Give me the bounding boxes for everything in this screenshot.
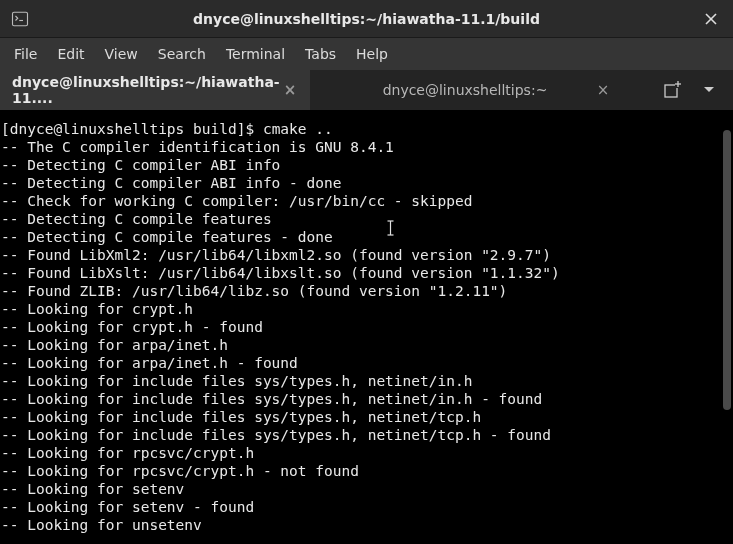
menu-search[interactable]: Search — [148, 41, 216, 67]
menu-terminal[interactable]: Terminal — [216, 41, 295, 67]
output-line: -- Looking for crypt.h - found — [1, 319, 263, 335]
tab-label: dnyce@linuxshelltips:~ — [383, 82, 548, 98]
output-line: -- Detecting C compiler ABI info — [1, 157, 280, 173]
menu-edit[interactable]: Edit — [47, 41, 94, 67]
titlebar: dnyce@linuxshelltips:~/hiawatha-11.1/bui… — [0, 0, 733, 38]
output-line: -- Found ZLIB: /usr/lib64/libz.so (found… — [1, 283, 507, 299]
output-line: -- Detecting C compile features - done — [1, 229, 333, 245]
tab-inactive[interactable]: dnyce@linuxshelltips:~ × — [310, 70, 620, 110]
output-line: -- Looking for rpcsvc/crypt.h - not foun… — [1, 463, 359, 479]
output-line: -- Looking for setenv — [1, 481, 184, 497]
tabbar: dnyce@linuxshelltips:~/hiawatha-11.... ×… — [0, 70, 733, 110]
output-line: -- Found LibXslt: /usr/lib64/libxslt.so … — [1, 265, 560, 281]
output-line: -- Found LibXml2: /usr/lib64/libxml2.so … — [1, 247, 551, 263]
tab-active[interactable]: dnyce@linuxshelltips:~/hiawatha-11.... × — [0, 70, 310, 110]
output-line: -- Looking for setenv - found — [1, 499, 254, 515]
menu-file[interactable]: File — [4, 41, 47, 67]
window-close-button[interactable] — [697, 5, 725, 33]
output-line: -- Looking for include files sys/types.h… — [1, 409, 481, 425]
menubar: File Edit View Search Terminal Tabs Help — [0, 38, 733, 70]
menu-dropdown-button[interactable] — [697, 78, 721, 102]
svg-rect-0 — [13, 12, 28, 26]
output-line: -- Looking for rpcsvc/crypt.h — [1, 445, 254, 461]
output-line: -- Detecting C compiler ABI info - done — [1, 175, 341, 191]
menu-help[interactable]: Help — [346, 41, 398, 67]
tab-close-icon[interactable]: × — [594, 81, 612, 99]
new-tab-button[interactable] — [661, 78, 685, 102]
output-line: -- Looking for arpa/inet.h - found — [1, 355, 298, 371]
prompt: [dnyce@linuxshelltips build]$ — [1, 121, 263, 137]
output-line: -- Looking for include files sys/types.h… — [1, 427, 551, 443]
tab-close-icon[interactable]: × — [282, 81, 298, 99]
tabbar-actions — [661, 78, 733, 102]
scrollbar[interactable] — [723, 130, 731, 410]
output-line: -- Looking for crypt.h — [1, 301, 193, 317]
menu-tabs[interactable]: Tabs — [295, 41, 346, 67]
output-line: -- The C compiler identification is GNU … — [1, 139, 394, 155]
output-line: -- Looking for unsetenv — [1, 517, 202, 533]
output-line: -- Looking for include files sys/types.h… — [1, 391, 542, 407]
terminal-output[interactable]: [dnyce@linuxshelltips build]$ cmake .. -… — [0, 110, 733, 544]
output-line: -- Looking for include files sys/types.h… — [1, 373, 472, 389]
window-title: dnyce@linuxshelltips:~/hiawatha-11.1/bui… — [0, 11, 733, 27]
menu-view[interactable]: View — [95, 41, 148, 67]
output-line: -- Detecting C compile features — [1, 211, 272, 227]
output-line: -- Looking for arpa/inet.h — [1, 337, 228, 353]
tab-label: dnyce@linuxshelltips:~/hiawatha-11.... — [12, 74, 282, 106]
command: cmake .. — [263, 121, 333, 137]
terminal-icon — [10, 9, 30, 29]
output-line: -- Check for working C compiler: /usr/bi… — [1, 193, 472, 209]
